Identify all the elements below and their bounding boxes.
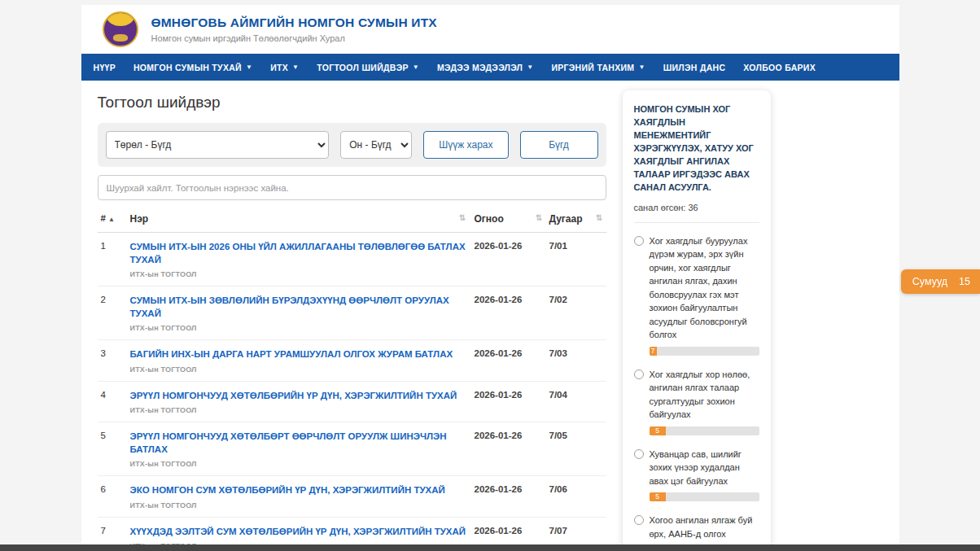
nav-item-label: МЭДЭЭ МЭДЭЭЛЭЛ [437,63,523,72]
table-header-num[interactable]: #▲ [101,213,130,225]
site-subtitle: Номгон сумын иргэдийн Төлөөлөгчдийн Хура… [151,33,437,43]
nav-item[interactable]: НОМГОН СУМЫН ТУХАЙ ▼ [125,54,261,81]
site-header: ӨМНӨГОВЬ АЙМГИЙН НОМГОН СУМЫН ИТХ Номгон… [81,5,899,54]
chevron-down-icon: ▼ [413,63,419,71]
row-number: 4 [101,390,130,400]
row-name-cell: БАГИЙН ИНХ-ЫН ДАРГА НАРТ УРАМШУУЛАЛ ОЛГО… [130,348,475,374]
poll-progress-track: 7 [650,347,759,356]
nav-item[interactable]: ТОГТООЛ ШИЙДВЭР ▼ [308,54,428,81]
table-row: 6 ЭКО НОМГОН СУМ ХӨТӨЛБӨРИЙН ҮР ДҮН, ХЭР… [98,476,606,518]
resolution-type-label: ИТХ-ын ТОГТООЛ [130,324,466,332]
search-input[interactable] [98,175,606,200]
radio-button-icon[interactable] [634,449,644,459]
resolution-date: 2026-01-26 [475,295,523,304]
site-title-block: ӨМНӨГОВЬ АЙМГИЙН НОМГОН СУМЫН ИТХ Номгон… [151,15,437,43]
show-all-button[interactable]: Бүгд [520,131,598,159]
row-name-cell: ЭРҮҮЛ НОМГОНЧУУД ХӨТӨЛБӨРИЙН ҮР ДҮН, ХЭР… [130,390,475,415]
row-name-cell: СУМЫН ИТХ-ЫН ЗӨВЛӨЛИЙН БҮРЭЛДЭХҮҮНД ӨӨРЧ… [130,295,475,332]
table-body: 1 СУМЫН ИТХ-ЫН 2026 ОНЫ ҮЙЛ АЖИЛЛАГААНЫ … [98,233,606,551]
site-title: ӨМНӨГОВЬ АЙМГИЙН НОМГОН СУМЫН ИТХ [151,15,437,30]
resolution-number: 7/06 [549,484,567,494]
resolution-link[interactable]: ЭРҮҮЛ НОМГОНЧУУД ХӨТӨЛБӨРИЙН ҮР ДҮН, ХЭР… [130,390,457,403]
poll-progress-fill: 7 [650,347,657,356]
resolution-date: 2026-01-26 [475,348,523,358]
resolution-link[interactable]: БАГИЙН ИНХ-ЫН ДАРГА НАРТ УРАМШУУЛАЛ ОЛГО… [130,348,453,361]
resolution-date: 2026-01-26 [475,241,523,251]
poll-option-label: Хуванцар сав, шилийг зохих үнээр худалда… [650,448,759,488]
chevron-down-icon: ▼ [246,63,252,71]
resolutions-section: Тогтоол шийдвэр Төрөл - Бүгд Он - Бүгд Ш… [98,90,606,551]
resolution-number: 7/04 [549,390,567,400]
year-select[interactable]: Он - Бүгд [340,131,412,159]
radio-button-icon[interactable] [634,236,644,246]
resolution-link[interactable]: СУМЫН ИТХ-ЫН 2026 ОНЫ ҮЙЛ АЖИЛЛАГААНЫ ТӨ… [130,241,466,266]
row-number: 6 [101,484,130,494]
poll-option-label: Хог хаягдлыг бууруулах дүрэм журам, эрх … [650,234,759,342]
row-number: 2 [101,295,130,304]
table-header-number[interactable]: Дугаар⇅ [549,213,603,225]
poll-options: Хог хаягдлыг бууруулах дүрэм журам, эрх … [634,234,759,551]
table-header-name[interactable]: Нэр⇅ [130,213,475,225]
poll-progress-fill: 5 [650,492,666,501]
poll-option: Хуванцар сав, шилийг зохих үнээр худалда… [634,448,759,502]
nav-item-label: ТОГТООЛ ШИЙДВЭР [317,63,408,72]
nav-item[interactable]: МЭДЭЭ МЭДЭЭЛЭЛ ▼ [428,54,543,81]
chevron-down-icon: ▼ [527,63,533,71]
content-row: Тогтоол шийдвэр Төрөл - Бүгд Он - Бүгд Ш… [81,81,899,551]
row-number: 7 [101,526,130,536]
chevron-down-icon: ▼ [638,63,645,71]
table-row: 5 ЭРҮҮЛ НОМГОНЧУУД ХӨТӨЛБӨРТ ӨӨРЧЛӨЛТ ОР… [98,422,606,476]
nav-item-label: НҮҮР [94,63,116,72]
resolution-number: 7/01 [549,241,567,251]
nav-item-label: ХОЛБОО БАРИХ [743,63,816,72]
page-container: ӨМНӨГОВЬ АЙМГИЙН НОМГОН СУМЫН ИТХ Номгон… [81,5,899,551]
filter-button[interactable]: Шүүж харах [423,131,508,159]
type-select[interactable]: Төрөл - Бүгд [106,131,330,159]
radio-button-icon[interactable] [634,515,644,525]
page-title: Тогтоол шийдвэр [98,94,606,112]
resolution-number: 7/03 [549,348,567,358]
poll-title: НОМГОН СУМЫН ХОГ ХАЯГДЛЫН МЕНЕЖМЕНТИЙГ Х… [634,103,759,195]
table-header-date[interactable]: Огноо⇅ [475,213,549,225]
resolution-link[interactable]: ЭРҮҮЛ НОМГОНЧУУД ХӨТӨЛБӨРТ ӨӨРЧЛӨЛТ ОРУУ… [130,431,466,456]
nav-item-label: ИТХ [270,63,288,72]
resolution-type-label: ИТХ-ын ТОГТООЛ [130,270,466,278]
main-nav: НҮҮР ▼ НОМГОН СУМЫН ТУХАЙ ▼ ИТХ ▼ ТОГТОО… [81,54,899,81]
poll-option-label: Хог хаягдлыг хор нөлөө, ангилан ялгах та… [650,368,759,422]
poll-card: НОМГОН СУМЫН ХОГ ХАЯГДЛЫН МЕНЕЖМЕНТИЙГ Х… [623,90,771,551]
resolution-link[interactable]: ХҮҮХДЭД ЭЭЛТЭЙ СУМ ХӨТӨЛБӨРИЙН ҮР ДҮН, Х… [130,526,466,539]
nav-item[interactable]: ИТХ ▼ [261,54,308,81]
nav-item[interactable]: ИРГЭНИЙ ТАНХИМ ▼ [542,54,654,81]
row-number: 5 [101,431,130,440]
divider [634,222,759,223]
resolution-type-label: ИТХ-ын ТОГТООЛ [130,460,466,468]
table-row: 1 СУМЫН ИТХ-ЫН 2026 ОНЫ ҮЙЛ АЖИЛЛАГААНЫ … [98,233,606,286]
resolution-number: 7/02 [549,295,567,304]
resolution-type-label: ИТХ-ын ТОГТООЛ [130,501,445,509]
resolutions-table: #▲ Нэр⇅ Огноо⇅ Дугаар⇅ [98,205,606,551]
resolution-number: 7/05 [549,431,567,440]
resolution-date: 2026-01-26 [475,390,523,400]
side-tab-count: 15 [959,276,970,287]
sort-asc-icon: ▲ [108,216,115,223]
table-row: 2 СУМЫН ИТХ-ЫН ЗӨВЛӨЛИЙН БҮРЭЛДЭХҮҮНД ӨӨ… [98,286,606,340]
footer-strip [0,544,980,551]
resolution-number: 7/07 [549,526,567,536]
poll-progress-track: 5 [650,426,759,435]
sort-icon: ⇅ [596,213,602,225]
sort-icon: ⇅ [536,213,542,225]
table-row: 4 ЭРҮҮЛ НОМГОНЧУУД ХӨТӨЛБӨРИЙН ҮР ДҮН, Х… [98,382,606,423]
poll-progress-track: 5 [650,492,759,501]
nav-item[interactable]: НҮҮР ▼ [85,54,125,81]
sums-side-tab[interactable]: Сумууд 15 [901,269,980,294]
radio-button-icon[interactable] [634,370,644,379]
row-number: 1 [101,241,130,251]
nav-item[interactable]: ХОЛБОО БАРИХ ▼ [734,54,825,81]
resolution-link[interactable]: ЭКО НОМГОН СУМ ХӨТӨЛБӨРИЙН ҮР ДҮН, ХЭРЭГ… [130,484,445,497]
resolution-date: 2026-01-26 [475,484,523,494]
poll-option: Хог хаягдлыг бууруулах дүрэм журам, эрх … [634,234,759,356]
nav-item-label: ШИЛЭН ДАНС [663,63,726,72]
table-row: 3 БАГИЙН ИНХ-ЫН ДАРГА НАРТ УРАМШУУЛАЛ ОЛ… [98,340,606,382]
nav-item[interactable]: ШИЛЭН ДАНС ▼ [654,54,735,81]
resolution-link[interactable]: СУМЫН ИТХ-ЫН ЗӨВЛӨЛИЙН БҮРЭЛДЭХҮҮНД ӨӨРЧ… [130,295,466,320]
